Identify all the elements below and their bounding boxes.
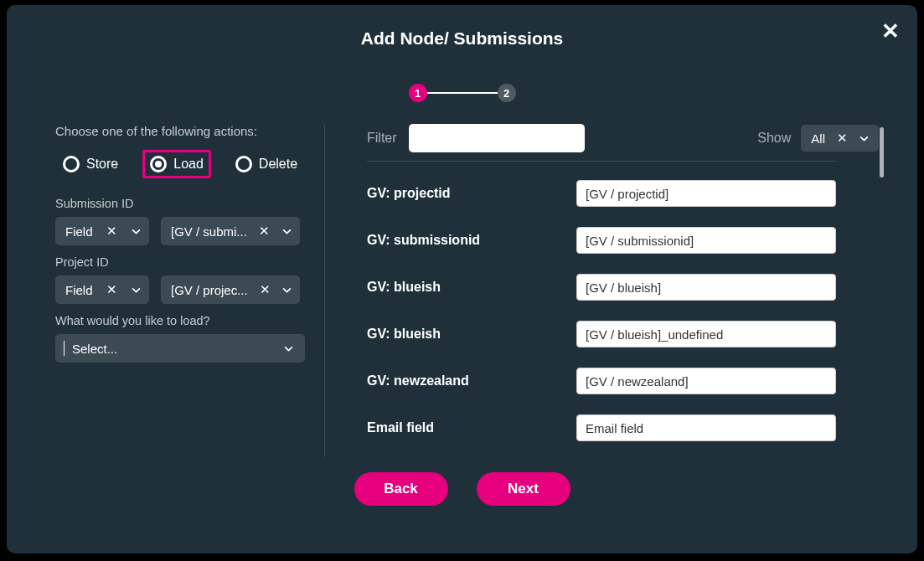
field-row: GV: blueish — [367, 274, 879, 301]
left-panel: Choose one of the following actions: Sto… — [55, 124, 325, 457]
show-label: Show — [757, 131, 791, 146]
field-name: Email field — [367, 420, 576, 435]
back-button[interactable]: Back — [354, 472, 448, 506]
chevron-down-icon — [132, 286, 141, 295]
filter-label: Filter — [367, 131, 397, 146]
chevron-down-icon — [282, 227, 292, 236]
radio-store-label: Store — [86, 157, 118, 172]
field-row: GV: submissionid — [367, 227, 879, 254]
show-select[interactable]: All ✕ — [801, 125, 879, 152]
radio-icon — [150, 156, 167, 172]
project-id-value-chip[interactable]: [GV / projec... ✕ — [161, 275, 300, 304]
chip-text: Field — [65, 224, 93, 239]
field-input[interactable] — [576, 227, 836, 254]
right-panel: Filter Show All ✕ GV: projectid — [325, 124, 879, 457]
chip-text: [GV / projec... — [171, 283, 248, 297]
field-name: GV: projectid — [367, 186, 576, 201]
field-name: GV: blueish — [367, 280, 576, 295]
footer: Back Next — [7, 472, 917, 506]
modal-dialog: ✕ Add Node/ Submissions 1 2 Choose one o… — [7, 5, 917, 553]
chip-clear-icon[interactable]: ✕ — [259, 224, 270, 239]
chip-clear-icon[interactable]: ✕ — [106, 282, 117, 297]
step-2[interactable]: 2 — [498, 84, 516, 102]
project-id-label: Project ID — [55, 255, 306, 269]
field-name: GV: newzealand — [367, 373, 576, 389]
field-input[interactable] — [576, 321, 836, 347]
chip-clear-icon[interactable]: ✕ — [260, 282, 271, 297]
field-input[interactable] — [576, 180, 836, 207]
submission-id-type-chip[interactable]: Field ✕ — [55, 217, 149, 245]
submission-id-label: Submission ID — [55, 197, 306, 210]
radio-store[interactable]: Store — [55, 150, 126, 178]
field-name: GV: submissionid — [367, 233, 576, 248]
radio-delete[interactable]: Delete — [228, 150, 305, 178]
show-value: All — [811, 131, 825, 146]
load-prompt: What would you like to load? — [55, 314, 306, 327]
radio-dot-icon — [155, 161, 162, 167]
modal-title: Add Node/ Submissions — [7, 5, 917, 49]
radio-delete-label: Delete — [259, 157, 297, 172]
radio-icon — [63, 156, 80, 172]
radio-load-label: Load — [173, 157, 204, 172]
chevron-down-icon — [859, 134, 869, 143]
action-radio-group: Store Load Delete — [55, 150, 306, 178]
radio-load[interactable]: Load — [142, 150, 211, 178]
field-input[interactable] — [576, 274, 836, 301]
chip-text: Field — [65, 283, 93, 297]
chevron-down-icon — [132, 227, 141, 236]
close-icon[interactable]: ✕ — [880, 22, 901, 42]
chevron-down-icon — [284, 344, 293, 353]
chip-text: [GV / submi... — [171, 224, 247, 239]
scrollbar-thumb[interactable] — [880, 127, 884, 178]
select-placeholder: Select... — [72, 342, 117, 356]
scrollbar[interactable] — [880, 127, 884, 462]
chevron-down-icon — [282, 286, 292, 295]
chip-clear-icon[interactable]: ✕ — [106, 224, 117, 239]
project-id-type-chip[interactable]: Field ✕ — [55, 275, 149, 304]
field-row: Email field — [367, 414, 879, 441]
submission-id-value-chip[interactable]: [GV / submi... ✕ — [161, 217, 300, 245]
load-select[interactable]: Select... — [55, 334, 305, 363]
field-row: GV: newzealand — [367, 368, 879, 394]
fields-list: GV: projectid GV: submissionid GV: bluei… — [367, 180, 879, 441]
field-name: GV: blueish — [367, 327, 576, 342]
step-1[interactable]: 1 — [409, 84, 427, 102]
field-input[interactable] — [576, 414, 836, 441]
stepper: 1 2 — [7, 84, 917, 102]
action-prompt: Choose one of the following actions: — [55, 124, 306, 138]
field-row: GV: projectid — [367, 180, 879, 207]
radio-icon — [235, 156, 252, 172]
text-cursor — [64, 341, 65, 356]
filter-input[interactable] — [409, 124, 585, 152]
field-row: GV: blueish — [367, 321, 879, 347]
chip-clear-icon[interactable]: ✕ — [837, 131, 848, 146]
divider — [367, 161, 836, 162]
step-connector — [427, 92, 498, 94]
next-button[interactable]: Next — [477, 472, 570, 506]
field-input[interactable] — [576, 368, 836, 394]
